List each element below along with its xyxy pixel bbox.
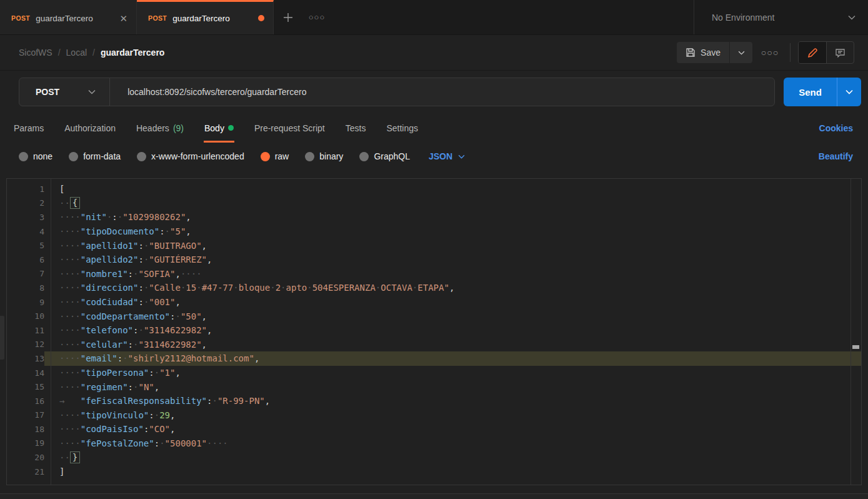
mode-none[interactable]: none [19, 151, 52, 161]
line-number: 14 [7, 368, 44, 378]
tab-options-button[interactable]: ○○○ [302, 0, 331, 34]
scrollbar-thumb[interactable] [852, 345, 859, 349]
editor-scrollbar[interactable] [851, 179, 861, 485]
breadcrumb-collection[interactable]: Local [66, 48, 87, 58]
tab-pre-request-script[interactable]: Pre-request Script [254, 113, 325, 143]
code-line: 13····"email":·"shirly2112@hotmail.com", [7, 351, 861, 366]
close-icon[interactable]: ✕ [119, 14, 127, 23]
cookies-link[interactable]: Cookies [819, 123, 853, 133]
code-text: ····"codPaisIso":"CO", [44, 422, 861, 436]
tab-headers[interactable]: Headers(9) [136, 113, 184, 143]
line-number: 2 [7, 198, 44, 208]
chevron-down-icon [846, 89, 853, 94]
tab-label: Settings [386, 123, 418, 133]
more-actions-button[interactable]: ○○○ [757, 42, 782, 63]
code-text: ] [44, 465, 861, 479]
comment-icon [835, 48, 846, 58]
body-modes-row: noneform-datax-www-form-urlencodedrawbin… [0, 143, 868, 170]
edit-docs-button[interactable] [799, 42, 826, 63]
line-number: 7 [7, 269, 44, 278]
mode-form-data[interactable]: form-data [69, 151, 121, 161]
tab-params[interactable]: Params [14, 113, 44, 143]
code-line: 8····"direccion":·"Calle·15·#47-77·bloqu… [7, 281, 861, 295]
line-number: 5 [7, 241, 44, 250]
line-number: 21 [7, 467, 44, 476]
line-number: 13 [7, 354, 44, 363]
code-line: 12····"celular":·"3114622982", [7, 338, 861, 352]
request-tab-1[interactable]: POST guardarTercero ✕ [0, 0, 137, 34]
code-line: 11····"telefono":·"3114622982", [7, 323, 861, 338]
body-modes: noneform-datax-www-form-urlencodedrawbin… [19, 151, 410, 161]
mode-graphql[interactable]: GraphQL [359, 151, 410, 161]
breadcrumb-request-name[interactable]: guardarTercero [101, 48, 164, 58]
code-text: ····"fePostalZone":·"500001"···· [44, 436, 861, 451]
breadcrumb-workspace[interactable]: SicofWS [19, 48, 52, 58]
code-text: →"feFiscalResponsability":·"R-99-PN", [44, 394, 861, 408]
tab-body[interactable]: Body [204, 113, 234, 143]
tab-authorization[interactable]: Authorization [64, 113, 116, 143]
code-text: ····"telefono":·"3114622982", [44, 323, 861, 338]
code-line: 10····"codDepartamento":·"50", [7, 309, 861, 323]
body-editor[interactable]: 1[2··{3····"nit"·:·"1029980262",4····"ti… [6, 178, 862, 485]
line-number: 19 [7, 438, 44, 448]
right-panel-toggles [798, 41, 854, 64]
code-text: ····"nit"·:·"1029980262", [44, 210, 861, 224]
send-options-button[interactable] [837, 78, 861, 106]
url-box: POST localhost:8092/sicofws/tercero/guar… [19, 78, 775, 106]
line-number: 15 [7, 382, 44, 391]
radio-icon [359, 152, 369, 161]
request-tab-2-active[interactable]: POST guardarTercero [137, 0, 274, 34]
method-badge: POST [11, 14, 30, 22]
tab-bar: POST guardarTercero ✕ POST guardarTercer… [0, 0, 868, 35]
method-dropdown[interactable]: POST [19, 78, 109, 106]
new-tab-button[interactable] [274, 0, 302, 34]
tabbar-spacer [331, 0, 694, 34]
tab-tests[interactable]: Tests [346, 113, 366, 143]
code-text: ····"tipoDocumento":·"5", [44, 224, 861, 239]
body-filled-dot-icon [228, 125, 234, 131]
line-number: 8 [7, 283, 44, 293]
code-text: ····"regimen":·"N", [44, 380, 861, 394]
format-dropdown[interactable]: JSON [429, 151, 465, 161]
tab-label: Headers [136, 123, 169, 133]
unsaved-dot-icon [258, 15, 264, 21]
tab-count-badge: (9) [173, 123, 184, 133]
tab-title: guardarTercero [36, 14, 114, 23]
request-tabs-row: ParamsAuthorizationHeaders(9)BodyPre-req… [0, 113, 868, 143]
mode-binary[interactable]: binary [305, 151, 343, 161]
format-label: JSON [429, 151, 452, 161]
beautify-link[interactable]: Beautify [819, 151, 853, 161]
mode-raw[interactable]: raw [261, 151, 289, 161]
tab-settings[interactable]: Settings [386, 113, 418, 143]
code-text: ··{ [44, 196, 861, 211]
line-number: 3 [7, 213, 44, 222]
code-line: 21] [7, 465, 861, 479]
save-options-button[interactable] [730, 42, 752, 63]
line-number: 4 [7, 227, 44, 236]
mode-label: form-data [83, 151, 121, 161]
send-group: Send [784, 78, 861, 106]
code-text: ····"apellido1":·"BUITRAGO", [44, 238, 861, 253]
tab-label: Tests [346, 123, 366, 133]
radio-icon [305, 152, 314, 161]
line-number: 1 [7, 184, 44, 194]
code-line: 6····"apellido2":·"GUTIÉRREZ", [7, 253, 861, 267]
code-line: 14····"tipoPersona":·"1", [7, 366, 861, 380]
environment-selector[interactable]: No Environment [694, 0, 868, 34]
line-number: 12 [7, 340, 44, 349]
save-button[interactable]: Save [677, 42, 729, 63]
environment-label: No Environment [712, 13, 848, 23]
line-number: 20 [7, 453, 44, 462]
mode-label: GraphQL [374, 151, 410, 161]
code-text: ····"email":·"shirly2112@hotmail.com", [44, 351, 861, 366]
mode-x-www-form-urlencoded[interactable]: x-www-form-urlencoded [137, 151, 244, 161]
url-input[interactable]: localhost:8092/sicofws/tercero/guardarTe… [110, 87, 774, 97]
comments-button[interactable] [826, 42, 854, 63]
code-line: 18····"codPaisIso":"CO", [7, 422, 861, 436]
line-number: 11 [7, 326, 44, 335]
line-number: 17 [7, 410, 44, 420]
tab-title: guardarTercero [172, 14, 252, 23]
sidebar-handle[interactable] [0, 316, 4, 360]
tab-label: Params [14, 123, 44, 133]
send-button[interactable]: Send [784, 78, 837, 106]
